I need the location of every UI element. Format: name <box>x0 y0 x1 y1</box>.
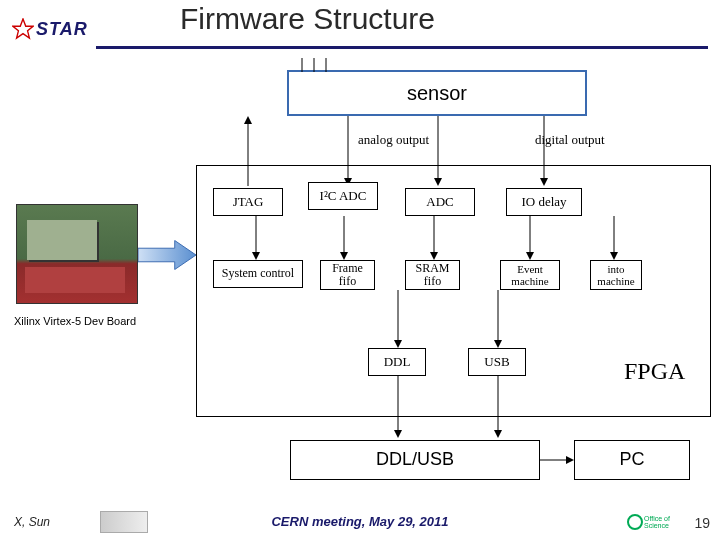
arrow-down-icon <box>608 216 620 260</box>
into-machine-block: into machine <box>590 260 642 290</box>
svg-marker-32 <box>138 241 196 270</box>
brand-text: STAR <box>36 19 88 40</box>
ddl-block: DDL <box>368 348 426 376</box>
star-icon <box>12 18 34 40</box>
svg-marker-15 <box>430 252 438 260</box>
arrow-down-icon <box>392 290 404 348</box>
sensor-block: sensor <box>287 70 587 116</box>
arrow-down-icon <box>392 376 404 438</box>
office-of-science-logo: Office of Science <box>626 511 684 533</box>
usb-block: USB <box>468 348 526 376</box>
svg-marker-27 <box>394 430 402 438</box>
slide-footer: X, Sun CERN meeting, May 29, 2011 Office… <box>0 507 720 537</box>
arrow-down-icon <box>492 290 504 348</box>
i2c-adc-block: I²C ADC <box>308 182 378 210</box>
arrow-down-icon <box>338 216 350 260</box>
sensor-label: sensor <box>407 82 467 104</box>
brand-logo: STAR <box>12 18 88 40</box>
arrow-right-icon <box>540 454 574 466</box>
svg-marker-31 <box>566 456 574 464</box>
fpga-label: FPGA <box>624 358 685 385</box>
svg-marker-0 <box>13 19 33 38</box>
firmware-diagram: sensor analog output digital output FPGA… <box>0 60 720 500</box>
arrow-down-icon <box>524 216 536 260</box>
frame-fifo-block: Frame fifo <box>320 260 375 290</box>
svg-point-33 <box>628 515 642 529</box>
analog-output-label: analog output <box>358 132 429 148</box>
board-caption: Xilinx Virtex-5 Dev Board <box>14 315 136 327</box>
svg-marker-13 <box>340 252 348 260</box>
arrow-down-icon <box>428 216 440 260</box>
pointer-arrow-icon <box>138 240 196 270</box>
pc-block: PC <box>574 440 690 480</box>
svg-marker-21 <box>252 252 260 260</box>
page-title: Firmware Structure <box>180 2 435 36</box>
sram-fifo-block: SRAM fifo <box>405 260 460 290</box>
sensor-input-lines-icon <box>298 58 338 72</box>
adc-block: ADC <box>405 188 475 216</box>
board-photo <box>16 204 138 304</box>
slide-header: STAR Firmware Structure <box>0 0 720 52</box>
svg-marker-23 <box>394 340 402 348</box>
arrow-down-icon <box>492 376 504 438</box>
arrow-down-icon <box>250 216 262 260</box>
svg-marker-25 <box>494 340 502 348</box>
svg-marker-11 <box>244 116 252 124</box>
jtag-block: JTAG <box>213 188 283 216</box>
svg-marker-19 <box>610 252 618 260</box>
event-machine-block: Event machine <box>500 260 560 290</box>
system-control-block: System control <box>213 260 303 288</box>
page-number: 19 <box>694 515 710 531</box>
footer-meeting: CERN meeting, May 29, 2011 <box>0 514 720 529</box>
svg-marker-29 <box>494 430 502 438</box>
ddl-usb-block: DDL/USB <box>290 440 540 480</box>
header-divider <box>96 46 708 49</box>
svg-marker-17 <box>526 252 534 260</box>
io-delay-block: IO delay <box>506 188 582 216</box>
